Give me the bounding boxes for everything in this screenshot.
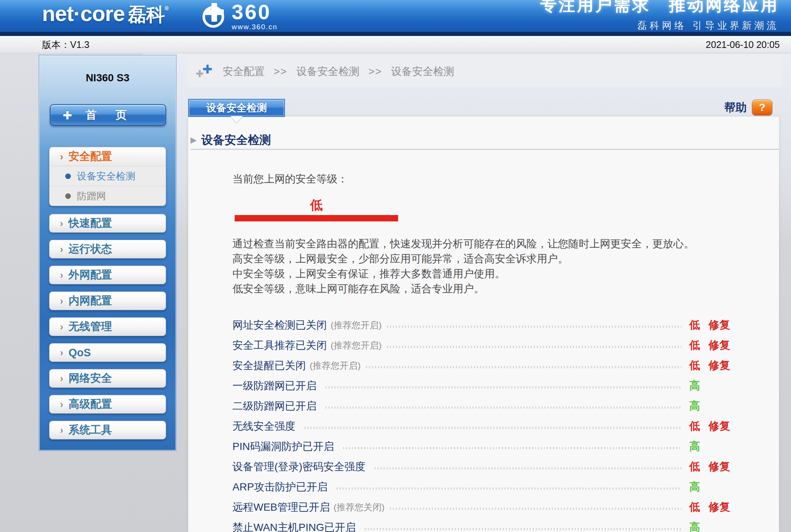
check-row: ARP攻击防护已开启 高 [232,477,737,497]
check-row: 禁止WAN主机PING已开启 高 [232,517,737,532]
fix-button[interactable]: 修复 [709,500,737,515]
sidebar-item-device-security-check[interactable]: 设备安全检测 [49,166,166,186]
sidebar-item-network-security[interactable]: ›网络安全 [49,369,166,388]
check-row: PIN码漏洞防护已开启 高 [232,436,737,457]
tab-device-security-check[interactable]: 设备安全检测 [188,99,285,117]
rating-badge: 高 [687,378,703,393]
fix-button[interactable]: 修复 [709,358,737,373]
sidebar-item-label: 高级配置 [69,397,112,412]
rating-badge: 高 [687,399,703,414]
sidebar-item-label: 网络安全 [69,371,112,386]
fix-button[interactable]: 修复 [709,419,737,434]
brand-en: net·core [42,1,125,25]
triangle-right-icon: ▶ [190,135,197,145]
check-row: 一级防蹭网已开启 高 [232,376,737,396]
slogan-sub: 磊科网络 引导业界新潮流 [540,19,779,32]
chevron-right-icon: › [60,425,63,435]
check-label: ARP攻击防护已开启 [232,480,328,494]
check-label: 设备管理(登录)密码安全强度 [232,460,366,474]
rating-badge: 低 [687,318,703,333]
sidebar-item-security-config[interactable]: › 安全配置 [49,147,166,166]
sidebar-item-label: 无线管理 [69,319,112,334]
help-link[interactable]: 帮助 [724,100,747,115]
tab-pointer [231,116,243,123]
breadcrumb-part: 设备安全检测 [391,64,454,79]
registered-mark: ® [165,5,169,12]
sidebar-item-wireless-management[interactable]: ›无线管理 [49,317,166,336]
rating-badge: 低 [687,500,703,515]
sidebar: NI360 S3 ✚ 首 页 › 安全配置 设备安全检测 防蹭网 ›快速配置 ›… [39,55,177,451]
check-label: 一级防蹭网已开启 [232,379,316,393]
dotted-leader [366,366,682,368]
360-wordmark: 360 [232,1,277,22]
home-button[interactable]: ✚ 首 页 [50,104,166,126]
chevron-right-icon: › [60,399,63,409]
check-note: (推荐您开启) [331,319,382,331]
breadcrumb-part: 设备安全检测 [297,64,360,79]
check-label: 无线安全强度 [232,419,295,433]
content-panel: ▶ 设备安全检测 当前您上网的安全等级： 低 通过检查当前安全路由器的配置，快速… [188,117,779,532]
check-row: 无线安全强度 低 修复 [232,416,737,436]
fix-button[interactable]: 修复 [709,318,737,333]
plus-circle-icon [201,3,227,29]
sidebar-item-quick-config[interactable]: ›快速配置 [49,214,166,233]
info-bar: 版本：V1.3 2021-06-10 20:05 [0,36,791,53]
sidebar-item-advanced-config[interactable]: ›高级配置 [49,395,166,414]
security-level-bar [235,215,398,221]
dotted-leader [343,447,682,449]
brand-cn: 磊科 [128,4,165,25]
sidebar-item-qos[interactable]: ›QoS [49,343,166,362]
chevron-right-icon: › [60,322,63,332]
dotted-leader [325,386,682,389]
check-label: 禁止WAN主机PING已开启 [232,520,356,532]
sidebar-subitem-label: 防蹭网 [77,190,106,203]
help-question-icon[interactable]: ? [752,100,772,115]
sidebar-item-lan-config[interactable]: ›内网配置 [49,291,166,310]
check-label: 二级防蹭网已开启 [232,399,316,413]
netcore-logo: net·core磊科® [42,1,169,27]
sidebar-item-label: 系统工具 [69,423,112,438]
dotted-leader [304,427,682,429]
check-row: 远程WEB管理已开启 (推荐您关闭) 低 修复 [232,497,737,517]
sidebar-item-system-tools[interactable]: ›系统工具 [49,421,166,439]
sidebar-item-running-status[interactable]: ›运行状态 [49,240,166,259]
sidebar-item-label: 外网配置 [69,267,112,282]
check-label: 安全提醒已关闭 [232,359,306,373]
dotted-leader [387,346,682,348]
home-button-label: 首 页 [85,108,130,123]
security-level-caption: 当前您上网的安全等级： [232,172,348,186]
dotted-leader [337,487,682,490]
dotted-leader [375,467,682,469]
security-level-value: 低 [235,197,398,214]
dotted-leader [387,326,682,328]
bullet-icon [65,193,71,199]
description-line: 中安全等级，上网安全有保证，推荐大多数普通用户使用。 [232,266,694,281]
breadcrumb-separator: >> [369,66,382,78]
sidebar-item-anti-freeloading[interactable]: 防蹭网 [49,186,166,206]
section-header: ▶ 设备安全检测 [190,132,271,148]
360-logo: 360 www.360.cn [201,1,277,30]
rating-badge: 高 [687,480,703,495]
sidebar-item-label: 运行状态 [69,242,112,257]
sidebar-item-wan-config[interactable]: ›外网配置 [49,266,166,284]
fix-button[interactable]: 修复 [709,338,737,353]
fix-button[interactable]: 修复 [709,459,737,474]
bullet-icon [65,173,71,179]
check-label: 远程WEB管理已开启 [232,500,330,514]
header-slogan: 专注用户需求 推动网络应用 磊科网络 引导业界新潮流 [540,0,779,32]
rating-badge: 低 [687,459,703,474]
help-area: 帮助 ? [724,100,772,115]
breadcrumb-part: 安全配置 [223,64,265,79]
section-title: 设备安全检测 [201,132,271,148]
slogan-main: 专注用户需求 推动网络应用 [540,0,779,16]
description-line: 低安全等级，意味上网可能存在风险，适合专业用户。 [232,281,694,296]
description-line: 高安全等级，上网最安全，少部分应用可能异常，适合高安全诉求用户。 [232,251,694,266]
check-note: (推荐您开启) [331,339,382,351]
check-label: PIN码漏洞防护已开启 [232,439,334,454]
360-url: www.360.cn [232,23,277,30]
rating-badge: 高 [687,439,703,454]
sidebar-item-label: QoS [69,347,91,359]
check-note: (推荐您关闭) [334,501,385,513]
check-label: 安全工具推荐已关闭 [232,338,327,353]
sidebar-subitem-label: 设备安全检测 [77,170,135,183]
